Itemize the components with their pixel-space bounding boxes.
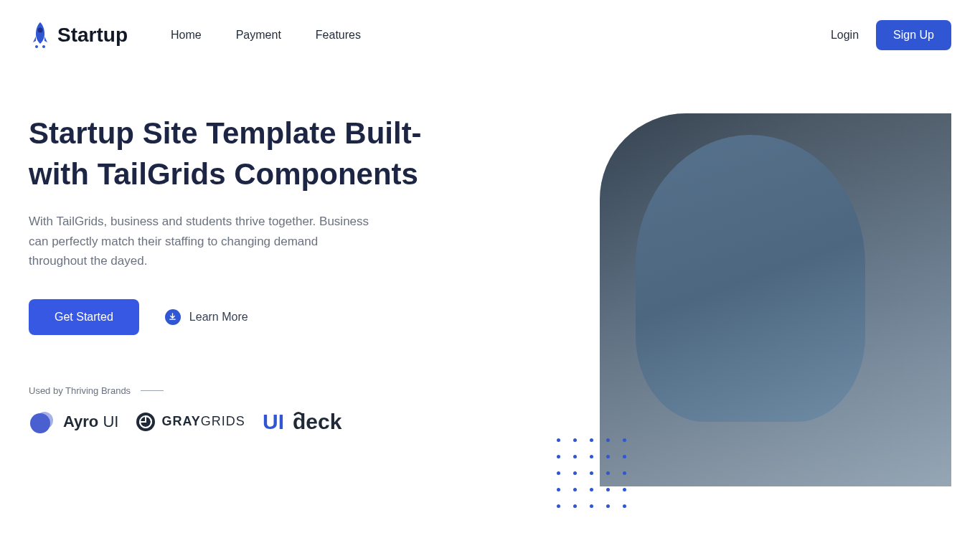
hero-image-area <box>459 113 951 486</box>
svg-point-2 <box>42 45 45 48</box>
svg-point-1 <box>35 45 38 48</box>
hero-content: Startup Site Template Built-with TailGri… <box>29 113 430 486</box>
header-actions: Login Sign Up <box>831 20 951 50</box>
hero-image <box>600 113 951 486</box>
graygrids-text: GRAYGRIDS <box>161 414 245 429</box>
nav-payment[interactable]: Payment <box>236 29 281 42</box>
logo-text: Startup <box>57 24 128 47</box>
svg-point-4 <box>30 413 50 433</box>
main-header: Startup Home Payment Features Login Sign… <box>29 14 951 56</box>
ayro-text: Ayro UI <box>63 413 118 431</box>
learn-more-label: Learn More <box>189 311 248 324</box>
hero-section: Startup Site Template Built-with TailGri… <box>29 113 951 486</box>
learn-more-link[interactable]: Learn More <box>165 309 248 325</box>
rocket-icon <box>29 21 52 50</box>
svg-text:UI: UI <box>263 410 284 433</box>
ayro-icon <box>29 408 57 436</box>
used-by-label: Used by Thriving Brands <box>29 385 430 396</box>
brand-graygrids: GRAYGRIDS <box>136 412 245 432</box>
login-link[interactable]: Login <box>831 29 859 42</box>
main-nav: Home Payment Features <box>171 29 361 42</box>
get-started-button[interactable]: Get Started <box>29 299 139 335</box>
download-icon <box>165 309 181 325</box>
brand-logos: Ayro UI GRAYGRIDS UI deck <box>29 408 430 436</box>
brand-ayro: Ayro UI <box>29 408 118 436</box>
hero-title: Startup Site Template Built-with TailGri… <box>29 113 430 194</box>
hero-actions: Get Started Learn More <box>29 299 430 335</box>
svg-point-0 <box>38 28 43 33</box>
brand-uideck: UI deck <box>263 408 374 436</box>
logo[interactable]: Startup <box>29 21 128 50</box>
hero-description: With TailGrids, business and students th… <box>29 212 373 270</box>
signup-button[interactable]: Sign Up <box>876 20 951 50</box>
dots-decoration <box>557 438 626 508</box>
nav-home[interactable]: Home <box>171 29 202 42</box>
uideck-logo: UI deck <box>263 408 374 436</box>
nav-features[interactable]: Features <box>316 29 361 42</box>
divider-line <box>141 390 164 391</box>
used-by-section: Used by Thriving Brands Ayro UI <box>29 385 430 436</box>
graygrids-icon <box>136 412 156 432</box>
